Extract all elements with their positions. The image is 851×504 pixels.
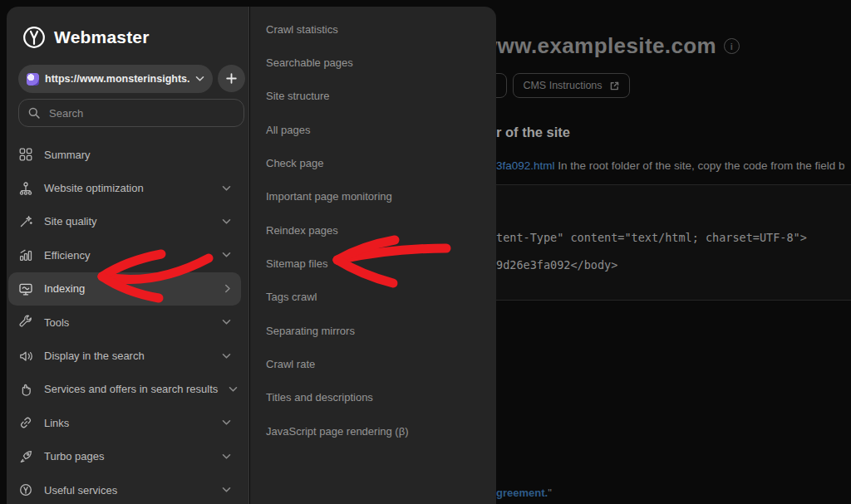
instruction-text: In the root folder of the site, copy the… [558, 159, 844, 172]
search-icon [27, 106, 41, 120]
rocket-icon [18, 449, 33, 464]
chevron-down-icon [222, 185, 231, 192]
wrench-icon [18, 315, 33, 330]
chevron-down-icon [195, 76, 204, 82]
flyout-item-all-pages[interactable]: All pages [250, 113, 496, 146]
monitor-icon [18, 281, 33, 296]
code-line-2: 9d26e3fa092</body> [496, 258, 617, 272]
flyout-item-site-structure[interactable]: Site structure [250, 80, 496, 113]
external-link-icon [609, 81, 620, 91]
chevron-down-icon [222, 453, 231, 460]
sidebar: Webmaster https://www.monsterinsights.co… [7, 7, 249, 504]
flyout-item-crawl-rate[interactable]: Crawl rate [250, 347, 496, 380]
grid-icon [18, 147, 33, 162]
flyout-item-sitemap-files[interactable]: Sitemap files [250, 247, 496, 280]
chevron-down-icon [222, 353, 231, 360]
sidebar-item-efficiency[interactable]: Efficiency [8, 238, 241, 272]
page-title: www.examplesite.com i [480, 33, 740, 59]
agreement-link[interactable]: greement. [496, 487, 548, 499]
chevron-down-icon [229, 386, 238, 393]
chevron-down-icon [222, 419, 231, 426]
site-favicon-icon [27, 73, 39, 86]
sidebar-item-useful-services[interactable]: Useful services [8, 473, 241, 504]
flyout-item-important-page-monitoring[interactable]: Important page monitoring [250, 180, 496, 213]
section-title: r of the site [496, 125, 570, 140]
sidebar-item-services-and-offers[interactable]: Services and offers in search results [8, 373, 241, 406]
megaphone-icon [18, 349, 33, 364]
flyout-item-check-page[interactable]: Check page [250, 146, 496, 179]
sidebar-item-site-quality[interactable]: Site quality [8, 205, 241, 238]
sidebar-item-tools[interactable]: Tools [8, 306, 241, 339]
logo-wordmark: Webmaster [54, 27, 150, 47]
site-title-text: www.examplesite.com [480, 33, 716, 59]
chevron-down-icon [222, 252, 231, 258]
search-input[interactable] [47, 106, 235, 120]
add-site-button[interactable] [218, 65, 245, 92]
hand-icon [18, 382, 33, 397]
wand-icon [18, 214, 33, 229]
agreement-suffix: " [548, 487, 552, 499]
cms-instructions-button[interactable]: CMS Instructions [513, 73, 630, 98]
sidebar-item-indexing[interactable]: Indexing [8, 272, 241, 306]
sitemap-icon [18, 181, 33, 196]
yandex-logo-icon [22, 25, 47, 50]
flyout-item-reindex-pages[interactable]: Reindex pages [250, 213, 496, 247]
verification-file-link[interactable]: 3fa092.html [496, 159, 555, 172]
flyout-item-titles-and-descriptions[interactable]: Titles and descriptions [250, 381, 496, 414]
chevron-down-icon [222, 218, 231, 225]
site-selector-url: https://www.monsterinsights.com [45, 73, 189, 85]
sidebar-search[interactable] [18, 99, 244, 127]
flyout-item-tags-crawl[interactable]: Tags crawl [250, 281, 496, 314]
flyout-item-searchable-pages[interactable]: Searchable pages [250, 46, 496, 79]
flyout-item-crawl-statistics[interactable]: Crawl statistics [250, 12, 496, 46]
agreement-line: greement." [496, 487, 552, 499]
chevron-down-icon [222, 487, 231, 493]
sidebar-item-website-optimization[interactable]: Website optimization [8, 171, 241, 204]
sidebar-item-display-in-the-search[interactable]: Display in the search [8, 339, 241, 372]
flyout-item-separating-mirrors[interactable]: Separating mirrors [250, 314, 496, 347]
site-selector[interactable]: https://www.monsterinsights.com [18, 65, 213, 93]
link-icon [18, 415, 33, 430]
info-icon[interactable]: i [724, 38, 740, 54]
bar-chart-icon [18, 247, 33, 262]
plus-icon [225, 72, 238, 85]
chevron-down-icon [222, 319, 231, 325]
chevron-right-icon [224, 284, 231, 293]
sidebar-item-turbo-pages[interactable]: Turbo pages [8, 440, 241, 473]
code-line-1: tent-Type" content="text/html; charset=U… [496, 231, 807, 244]
flyout-item-javascript-page-rendering[interactable]: JavaScript page rendering (β) [250, 414, 496, 448]
cms-instructions-label: CMS Instructions [523, 80, 602, 91]
indexing-flyout-menu: Crawl statistics Searchable pages Site s… [250, 7, 496, 504]
sidebar-menu: Summary Website optimization Site qualit… [7, 138, 249, 504]
verification-instruction: 3fa092.html In the root folder of the si… [496, 159, 845, 172]
sidebar-item-summary[interactable]: Summary [8, 138, 241, 171]
y-circle-icon [18, 482, 33, 497]
webmaster-logo[interactable]: Webmaster [22, 25, 150, 50]
yandex-webmaster-app: www.examplesite.com i CMS Instructions r… [0, 0, 851, 504]
sidebar-item-links[interactable]: Links [8, 406, 241, 439]
